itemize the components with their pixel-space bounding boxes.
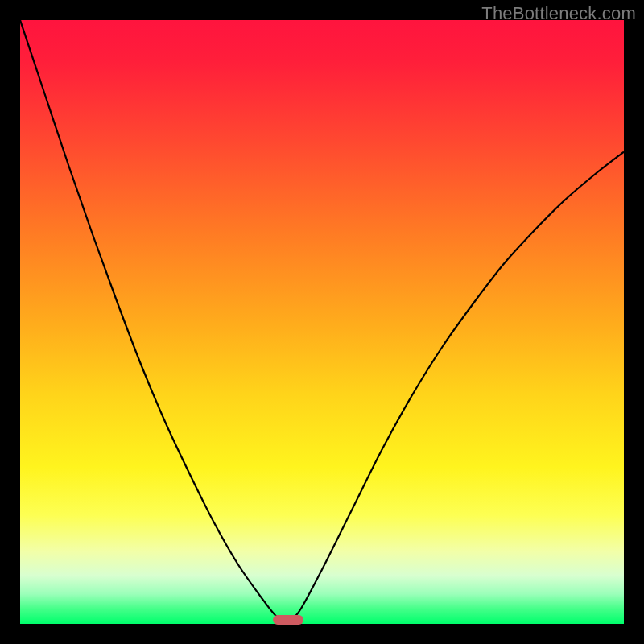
curve-left-branch xyxy=(20,20,288,624)
chart-frame xyxy=(20,20,624,624)
curve-right-branch xyxy=(288,152,624,625)
plot-area xyxy=(20,20,624,624)
bottleneck-curve xyxy=(20,20,624,624)
minimum-marker xyxy=(273,615,303,625)
watermark-text: TheBottleneck.com xyxy=(481,3,636,24)
